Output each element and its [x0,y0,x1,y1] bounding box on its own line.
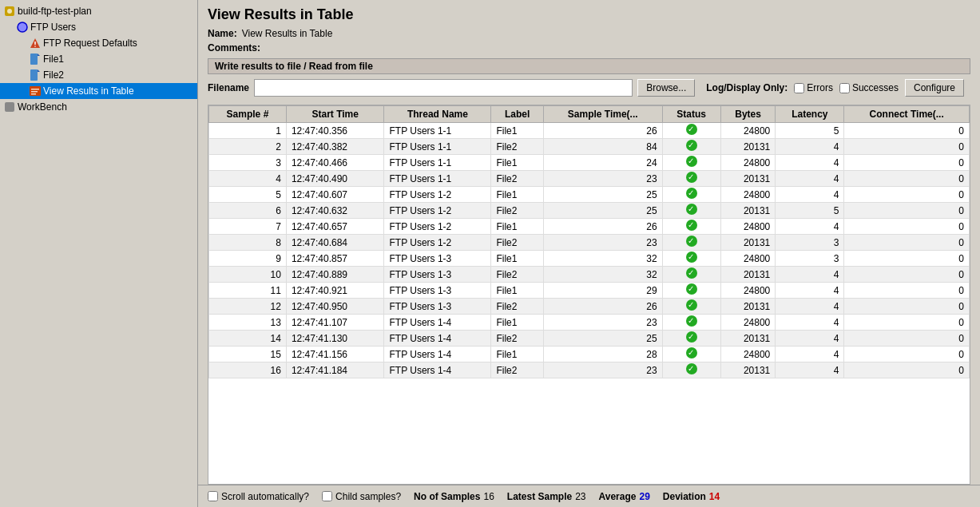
table-row: 712:47:40.657FTP Users 1-2File1262480040 [209,219,970,235]
results-table-container[interactable]: Sample #Start TimeThread NameLabelSample… [208,105,970,485]
sidebar-item-ftp-request-defaults[interactable]: FTP Request Defaults [0,35,197,51]
table-cell: 4 [776,219,844,235]
table-cell: 3 [776,251,844,267]
table-cell: File1 [491,347,543,362]
table-cell: 23 [543,235,662,251]
filename-input[interactable] [254,79,633,97]
table-cell: 20131 [720,139,775,155]
col-header: Label [491,106,543,123]
table-cell: 25 [543,203,662,219]
status-ok-icon [686,204,697,215]
sidebar-item-ftp-users[interactable]: FTP Users [0,19,197,35]
table-cell: File2 [491,267,543,283]
status-ok-icon [686,315,697,327]
statusbar: Scroll automatically? Child samples? No … [198,485,980,507]
table-cell: File1 [491,123,543,139]
table-cell: 12:47:40.466 [286,155,384,171]
table-cell: 4 [776,283,844,299]
table-cell: 24 [543,155,662,171]
table-cell: 24800 [720,347,775,362]
table-cell: 12:47:40.889 [286,267,384,283]
errors-checkbox-label[interactable]: Errors [794,82,833,93]
errors-label: Errors [807,82,833,93]
sidebar-item-file1[interactable]: File1 [0,51,197,67]
browse-button[interactable]: Browse... [637,79,695,97]
table-cell: File2 [491,331,543,347]
table-cell: FTP Users 1-4 [384,315,491,331]
scroll-label: Scroll automatically? [221,491,309,502]
scroll-checkbox-label[interactable]: Scroll automatically? [208,491,309,502]
svg-point-5 [34,46,36,47]
status-ok-icon [686,299,697,311]
successes-checkbox-label[interactable]: Successes [839,82,899,93]
table-cell: 12:47:40.950 [286,299,384,315]
table-cell: File1 [491,315,543,331]
successes-checkbox[interactable] [839,83,850,93]
table-cell: 20131 [720,362,775,378]
svg-point-2 [18,22,27,32]
table-cell: 24800 [720,123,775,139]
table-cell: FTP Users 1-3 [384,267,491,283]
table-cell: 12:47:40.382 [286,139,384,155]
table-cell: FTP Users 1-4 [384,347,491,362]
scroll-checkbox[interactable] [208,491,218,501]
table-cell: 4 [776,155,844,171]
table-cell: 25 [543,331,662,347]
table-cell [662,347,720,362]
table-cell: 5 [209,187,287,203]
sidebar-item-view-results-table[interactable]: View Results in Table [0,83,197,99]
table-cell: FTP Users 1-3 [384,299,491,315]
table-header-row: Sample #Start TimeThread NameLabelSample… [209,106,970,123]
sidebar-item-build-ftp-test-plan[interactable]: build-ftp-test-plan [0,3,197,19]
table-cell: 4 [776,299,844,315]
table-cell: FTP Users 1-1 [384,123,491,139]
svg-rect-6 [30,53,38,65]
table-cell: 0 [844,171,970,187]
svg-point-1 [7,9,12,14]
child-label: Child samples? [335,491,401,502]
table-cell: 26 [543,219,662,235]
table-cell: 20131 [720,171,775,187]
table-cell: 20131 [720,203,775,219]
table-cell: 10 [209,267,287,283]
table-cell: 3 [776,235,844,251]
configure-button[interactable]: Configure [905,79,964,97]
table-row: 1412:47:41.130FTP Users 1-4File225201314… [209,331,970,347]
table-cell: File1 [491,219,543,235]
status-ok-icon [686,156,697,167]
table-cell: 8 [209,235,287,251]
table-cell: 0 [844,155,970,171]
svg-rect-11 [31,89,39,90]
col-header: Latency [776,106,844,123]
table-cell: 26 [543,299,662,315]
table-row: 812:47:40.684FTP Users 1-2File2232013130 [209,235,970,251]
table-cell [662,362,720,378]
table-cell: 24800 [720,283,775,299]
table-cell: 2 [209,139,287,155]
latest-label: Latest Sample [507,491,572,502]
table-cell: 0 [844,347,970,362]
table-cell: 4 [776,187,844,203]
table-cell: 12:47:41.130 [286,331,384,347]
table-cell: 4 [776,362,844,378]
successes-label: Successes [852,82,899,93]
sidebar-item-workbench[interactable]: WorkBench [0,99,197,115]
no-samples-label: No of Samples [414,491,480,502]
errors-checkbox[interactable] [794,83,804,93]
workbench-icon [3,101,16,113]
table-cell [662,219,720,235]
status-ok-icon [686,188,697,199]
deviation-value: 14 [709,491,720,502]
table-cell: File1 [491,251,543,267]
table-cell: File2 [491,299,543,315]
svg-rect-14 [5,102,14,112]
child-checkbox-label[interactable]: Child samples? [322,491,401,502]
deviation-item: Deviation 14 [663,491,720,502]
filename-row: Filename Browse... Log/Display Only: Err… [198,76,980,100]
sidebar-item-file2[interactable]: File2 [0,67,197,83]
name-row: Name: View Results in Table [198,26,980,41]
table-cell [662,235,720,251]
child-checkbox[interactable] [322,491,332,501]
table-cell: 5 [776,123,844,139]
col-header: Start Time [286,106,384,123]
